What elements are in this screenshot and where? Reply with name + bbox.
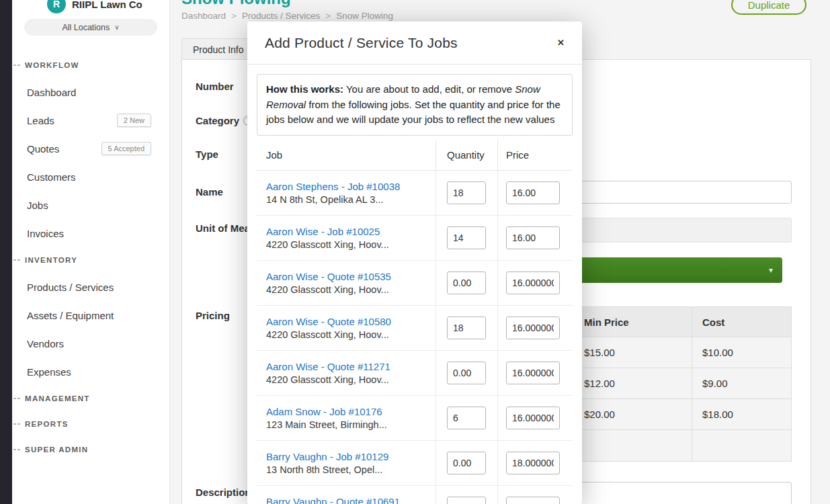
- sidebar: R RIIPL Lawn Co All Locations ∨ WORKFLOW…: [12, 0, 170, 504]
- label-pricing: Pricing: [196, 310, 230, 321]
- section-label: WORKFLOW: [25, 61, 79, 69]
- job-link[interactable]: Aaron Wise - Quote #11271: [266, 361, 390, 372]
- job-row: Aaron Wise - Quote #10535 4220 Glasscott…: [257, 261, 573, 306]
- nav-item-label: Assets / Equipment: [27, 310, 114, 321]
- section-dash-icon: [13, 65, 20, 66]
- quantity-input[interactable]: [447, 407, 486, 429]
- chevron-down-icon: ∨: [114, 24, 119, 31]
- price-input[interactable]: [506, 181, 560, 204]
- how-this-works-note: How this works: You are about to add, ed…: [257, 74, 573, 136]
- job-link[interactable]: Aaron Wise - Quote #10580: [266, 316, 391, 327]
- nav-item-label: Products / Services: [27, 282, 114, 293]
- price-input[interactable]: [506, 452, 560, 474]
- jobs-col-job: Job: [257, 149, 435, 161]
- job-row: Aaron Stephens - Job #10038 14 N 8th St,…: [257, 171, 573, 216]
- breadcrumb-item-products-services[interactable]: Products / Services: [242, 11, 320, 21]
- label-name: Name: [196, 186, 223, 198]
- price-input[interactable]: [506, 407, 560, 429]
- job-row: Adam Snow - Job #10176 123 Main Street, …: [257, 396, 573, 441]
- location-selector-label: All Locations: [62, 23, 110, 32]
- job-row: Barry Vaughn - Quote #10691 13 North 8th…: [257, 486, 573, 504]
- note-text: You are about to add, edit, or remove: [343, 83, 515, 95]
- sidebar-item-leads[interactable]: Leads 2 New: [12, 106, 169, 134]
- sidebar-section-inventory: INVENTORY: [12, 247, 169, 273]
- label-type: Type: [196, 149, 218, 160]
- quantity-input[interactable]: [447, 362, 486, 384]
- modal-body: How this works: You are about to add, ed…: [247, 65, 582, 504]
- job-link[interactable]: Aaron Wise - Quote #10535: [266, 271, 391, 282]
- job-address: 4220 Glasscott Xing, Hoov...: [266, 284, 389, 295]
- logo-letter: R: [53, 0, 60, 9]
- nav-item-label: Invoices: [27, 228, 64, 239]
- price-input[interactable]: [506, 497, 560, 504]
- label-category: Category ?: [196, 115, 253, 126]
- job-link[interactable]: Adam Snow - Job #10176: [266, 406, 382, 417]
- nav-item-label: Quotes: [27, 143, 59, 155]
- section-label: REPORTS: [25, 420, 69, 428]
- pricing-cell: $10.00: [692, 337, 792, 368]
- section-dash-icon: [13, 423, 20, 425]
- price-input[interactable]: [506, 226, 560, 249]
- job-link[interactable]: Barry Vaughn - Quote #10691: [266, 496, 400, 504]
- breadcrumb: Dashboard>Products / Services>Snow Plowi…: [181, 11, 393, 21]
- company-name: RIIPL Lawn Co: [72, 0, 142, 10]
- label-description: Description: [196, 487, 251, 498]
- price-input[interactable]: [506, 317, 560, 339]
- pricing-cell: $12.00: [573, 368, 692, 398]
- pricing-cell: $15.00: [573, 337, 692, 368]
- quantity-input[interactable]: [447, 317, 486, 339]
- sidebar-item-expenses[interactable]: Expenses: [12, 358, 169, 386]
- nav-badge: 2 New: [117, 114, 151, 127]
- section-dash-icon: [13, 449, 20, 450]
- job-row: Barry Vaughn - Job #10129 13 North 8th S…: [257, 441, 573, 486]
- job-row: Aaron Wise - Quote #10580 4220 Glasscott…: [257, 306, 573, 351]
- section-dash-icon: [13, 398, 20, 399]
- price-input[interactable]: [506, 271, 560, 294]
- job-link[interactable]: Aaron Wise - Job #10025: [266, 226, 380, 237]
- nav-item-label: Vendors: [27, 338, 64, 349]
- quantity-input[interactable]: [447, 271, 486, 294]
- sidebar-item-dashboard[interactable]: Dashboard: [12, 78, 169, 106]
- location-selector[interactable]: All Locations ∨: [24, 19, 157, 36]
- sidebar-nav: WORKFLOW Dashboard Leads 2 New Quotes 5 …: [12, 52, 169, 462]
- pricing-col-cost: Cost: [692, 307, 792, 337]
- note-bold-lead: How this works:: [266, 83, 343, 95]
- pricing-cell: $20.00: [573, 399, 692, 429]
- jobs-table: Job Quantity Price Aaron Stephens - Job …: [257, 140, 573, 504]
- quantity-input[interactable]: [447, 497, 486, 504]
- brand: R RIIPL Lawn Co: [47, 0, 142, 13]
- modal-header: Add Product / Service To Jobs ✕: [247, 22, 582, 65]
- quantity-input[interactable]: [447, 181, 486, 204]
- modal-title: Add Product / Service To Jobs: [265, 35, 458, 51]
- sidebar-item-products-services[interactable]: Products / Services: [12, 273, 169, 301]
- quantity-input[interactable]: [447, 226, 486, 249]
- breadcrumb-separator: >: [325, 11, 331, 21]
- job-link[interactable]: Aaron Stephens - Job #10038: [266, 181, 400, 192]
- sidebar-item-jobs[interactable]: Jobs: [12, 191, 169, 219]
- price-input[interactable]: [506, 362, 560, 384]
- jobs-table-body: Aaron Stephens - Job #10038 14 N 8th St,…: [257, 171, 573, 504]
- company-logo: R: [47, 0, 66, 13]
- section-label: INVENTORY: [25, 256, 77, 264]
- sidebar-item-customers[interactable]: Customers: [12, 163, 169, 191]
- duplicate-button[interactable]: Duplicate: [731, 0, 806, 15]
- sidebar-item-vendors[interactable]: Vendors: [12, 329, 169, 358]
- sidebar-item-assets-equipment[interactable]: Assets / Equipment: [12, 301, 169, 329]
- nav-item-label: Leads: [27, 115, 54, 126]
- nav-item-label: Dashboard: [27, 87, 76, 98]
- job-link[interactable]: Barry Vaughn - Job #10129: [266, 451, 388, 462]
- jobs-table-header: Job Quantity Price: [257, 140, 573, 171]
- sidebar-section-workflow: WORKFLOW: [12, 52, 169, 78]
- quantity-input[interactable]: [447, 452, 486, 474]
- sidebar-item-invoices[interactable]: Invoices: [12, 219, 169, 247]
- breadcrumb-item-dashboard[interactable]: Dashboard: [181, 11, 226, 21]
- job-address: 13 North 8th Street, Opel...: [266, 464, 382, 475]
- nav-item-label: Expenses: [27, 366, 71, 378]
- job-address: 4220 Glasscott Xing, Hoov...: [266, 374, 389, 385]
- pricing-cell: $9.00: [692, 368, 792, 398]
- sidebar-section-super-admin: SUPER ADMIN: [12, 437, 169, 462]
- close-icon[interactable]: ✕: [557, 38, 565, 47]
- sidebar-item-quotes[interactable]: Quotes 5 Accepted: [12, 134, 169, 163]
- pricing-cell: [573, 430, 692, 461]
- section-label: SUPER ADMIN: [25, 446, 88, 454]
